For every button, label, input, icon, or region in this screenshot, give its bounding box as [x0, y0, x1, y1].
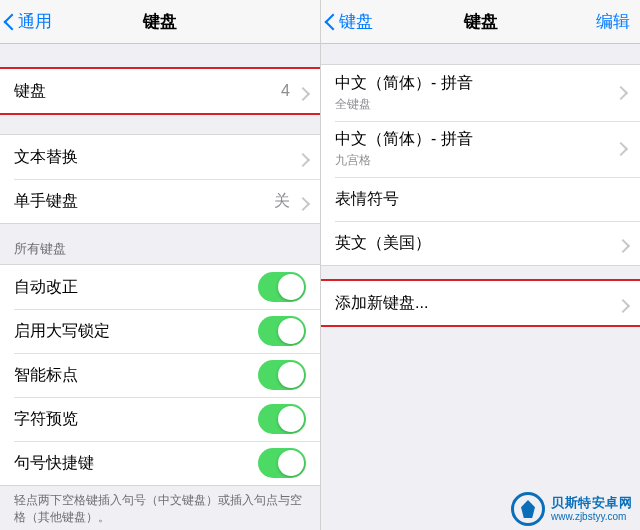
- list-item-title: 表情符号: [335, 189, 399, 210]
- back-chevron-icon: [327, 12, 339, 32]
- smart-punct-row: 智能标点: [0, 353, 320, 397]
- auto-correct-label: 自动改正: [14, 277, 78, 298]
- keyboard-list-pane: 键盘 键盘 编辑 中文（简体）- 拼音 全键盘 中文（简体）- 拼音 九宫格: [320, 0, 640, 530]
- char-preview-toggle[interactable]: [258, 404, 306, 434]
- brand-url: www.zjbstyy.com: [551, 511, 632, 522]
- back-label: 通用: [18, 10, 52, 33]
- one-handed-label: 单手键盘: [14, 191, 78, 212]
- caps-lock-toggle[interactable]: [258, 316, 306, 346]
- back-chevron-icon: [6, 12, 18, 32]
- chevron-right-icon: [616, 140, 626, 157]
- one-handed-row[interactable]: 单手键盘 关: [0, 179, 320, 223]
- brand-logo-icon: [511, 492, 545, 526]
- period-shortcut-row: 句号快捷键: [0, 441, 320, 485]
- text-replacement-row[interactable]: 文本替换: [0, 135, 320, 179]
- keyboards-row[interactable]: 键盘 4: [0, 69, 320, 113]
- add-keyboard-group: 添加新键盘...: [321, 280, 640, 326]
- list-item-sub: 九宫格: [335, 152, 371, 169]
- char-preview-row: 字符预览: [0, 397, 320, 441]
- caps-lock-label: 启用大写锁定: [14, 321, 110, 342]
- period-shortcut-note: 轻点两下空格键插入句号（中文键盘）或插入句点与空格（其他键盘）。: [0, 486, 320, 530]
- brand-name: 贝斯特安卓网: [551, 496, 632, 510]
- add-new-keyboard-label: 添加新键盘...: [335, 293, 428, 314]
- period-shortcut-toggle[interactable]: [258, 448, 306, 478]
- smart-punct-label: 智能标点: [14, 365, 78, 386]
- back-label: 键盘: [339, 10, 373, 33]
- text-group: 文本替换 单手键盘 关: [0, 134, 320, 224]
- navbar-right: 键盘 键盘 编辑: [321, 0, 640, 44]
- list-item[interactable]: 中文（简体）- 拼音 九宫格: [321, 121, 640, 177]
- period-shortcut-label: 句号快捷键: [14, 453, 94, 474]
- chevron-right-icon: [298, 85, 306, 98]
- chevron-right-icon: [616, 84, 626, 101]
- settings-keyboard-pane: 通用 键盘 键盘 4 文本替换 单手键盘 关: [0, 0, 320, 530]
- keyboards-count: 4: [281, 82, 290, 100]
- keyboard-list-group: 中文（简体）- 拼音 全键盘 中文（简体）- 拼音 九宫格 表情符号 英文（美国…: [321, 64, 640, 266]
- chevron-right-icon: [298, 195, 306, 208]
- auto-correct-row: 自动改正: [0, 265, 320, 309]
- keyboards-label: 键盘: [14, 81, 46, 102]
- watermark: 贝斯特安卓网 www.zjbstyy.com: [511, 492, 632, 526]
- auto-correct-toggle[interactable]: [258, 272, 306, 302]
- list-item-sub: 全键盘: [335, 96, 371, 113]
- back-button[interactable]: 键盘: [327, 10, 373, 33]
- list-item[interactable]: 中文（简体）- 拼音 全键盘: [321, 65, 640, 121]
- text-replacement-label: 文本替换: [14, 147, 78, 168]
- smart-punct-toggle[interactable]: [258, 360, 306, 390]
- add-new-keyboard-row[interactable]: 添加新键盘...: [321, 281, 640, 325]
- section-all-keyboards: 所有键盘: [0, 224, 320, 264]
- one-handed-value: 关: [274, 191, 290, 212]
- chevron-right-icon: [618, 297, 626, 310]
- list-item-title: 中文（简体）- 拼音: [335, 73, 473, 94]
- edit-button[interactable]: 编辑: [596, 10, 630, 33]
- toggles-group: 自动改正 启用大写锁定 智能标点 字符预览 句号快捷键: [0, 264, 320, 486]
- back-button[interactable]: 通用: [6, 10, 52, 33]
- char-preview-label: 字符预览: [14, 409, 78, 430]
- list-item-title: 英文（美国）: [335, 233, 431, 254]
- keyboards-group: 键盘 4: [0, 68, 320, 114]
- chevron-right-icon: [618, 237, 626, 250]
- list-item[interactable]: 英文（美国）: [321, 221, 640, 265]
- navbar-left: 通用 键盘: [0, 0, 320, 44]
- list-item[interactable]: 表情符号: [321, 177, 640, 221]
- list-item-title: 中文（简体）- 拼音: [335, 129, 473, 150]
- caps-lock-row: 启用大写锁定: [0, 309, 320, 353]
- chevron-right-icon: [298, 151, 306, 164]
